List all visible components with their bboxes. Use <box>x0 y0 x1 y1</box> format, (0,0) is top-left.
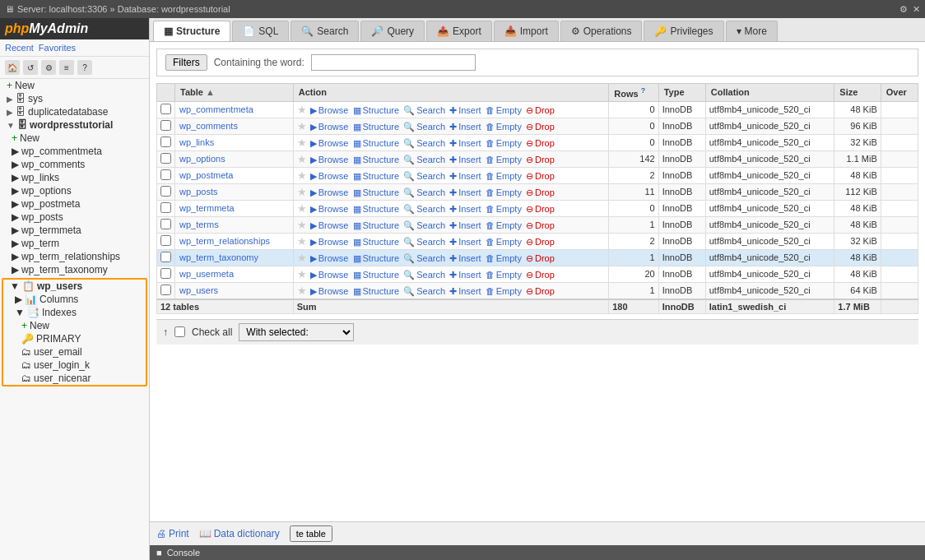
sidebar-item-wp-term-rel[interactable]: ▶ wp_term_relationships <box>0 250 149 263</box>
star-icon[interactable]: ★ <box>297 285 307 297</box>
drop-link[interactable]: ⊖ Drop <box>526 253 555 264</box>
insert-link[interactable]: ✚ Insert <box>449 270 481 280</box>
sidebar-item-wordpresstutorial[interactable]: ▼ 🗄 wordpresstutorial <box>0 118 149 132</box>
table-name-link[interactable]: wp_usermeta <box>179 269 234 279</box>
insert-link[interactable]: ✚ Insert <box>449 155 481 165</box>
browse-link[interactable]: ▶ Browse <box>310 286 349 297</box>
insert-link[interactable]: ✚ Insert <box>449 187 481 198</box>
empty-link[interactable]: 🗑 Empty <box>486 270 522 280</box>
drop-link[interactable]: ⊖ Drop <box>526 204 555 215</box>
search-link[interactable]: 🔍 Search <box>403 220 445 231</box>
row-checkbox[interactable] <box>160 268 171 279</box>
structure-link[interactable]: ▦ Structure <box>353 105 400 116</box>
table-name-link[interactable]: wp_commentmeta <box>179 104 253 114</box>
browse-link[interactable]: ▶ Browse <box>310 122 349 132</box>
tab-query[interactable]: 🔎 Query <box>360 21 425 41</box>
check-all-checkbox[interactable] <box>174 326 185 337</box>
sidebar-item-user-email[interactable]: 🗂 user_email <box>3 345 146 359</box>
row-checkbox[interactable] <box>160 235 171 246</box>
empty-link[interactable]: 🗑 Empty <box>486 187 522 197</box>
console-icon[interactable]: ≡ <box>59 60 74 75</box>
help-icon[interactable]: ? <box>77 60 92 75</box>
search-link[interactable]: 🔍 Search <box>403 122 445 132</box>
settings-icon[interactable]: ⚙ <box>41 60 56 75</box>
structure-link[interactable]: ▦ Structure <box>353 187 400 198</box>
sidebar-item-wp-comments[interactable]: ▶ wp_comments <box>0 158 149 171</box>
search-link[interactable]: 🔍 Search <box>403 155 445 165</box>
row-checkbox[interactable] <box>160 169 171 180</box>
table-name-link[interactable]: wp_terms <box>179 220 219 229</box>
empty-link[interactable]: 🗑 Empty <box>486 171 522 181</box>
sidebar-item-user-login[interactable]: 🗂 user_login_k <box>3 359 146 372</box>
tab-operations[interactable]: ⚙ Operations <box>560 21 643 41</box>
insert-link[interactable]: ✚ Insert <box>449 253 481 264</box>
star-icon[interactable]: ★ <box>297 104 307 116</box>
star-icon[interactable]: ★ <box>297 219 307 231</box>
insert-link[interactable]: ✚ Insert <box>449 220 481 231</box>
with-selected-dropdown[interactable]: With selected: Browse Drop Empty Export <box>239 323 354 341</box>
drop-link[interactable]: ⊖ Drop <box>526 155 555 165</box>
row-checkbox[interactable] <box>160 120 171 131</box>
sidebar-item-indexes[interactable]: ▼ 📑 Indexes <box>3 306 146 319</box>
drop-link[interactable]: ⊖ Drop <box>526 171 555 182</box>
row-checkbox[interactable] <box>160 186 171 197</box>
search-link[interactable]: 🔍 Search <box>403 253 445 264</box>
star-icon[interactable]: ★ <box>297 137 307 149</box>
row-checkbox[interactable] <box>160 104 171 114</box>
star-icon[interactable]: ★ <box>297 153 307 165</box>
table-name-link[interactable]: wp_termmeta <box>179 203 235 213</box>
browse-link[interactable]: ▶ Browse <box>310 220 349 231</box>
star-icon[interactable]: ★ <box>297 169 307 182</box>
search-link[interactable]: 🔍 Search <box>403 105 445 116</box>
refresh-icon[interactable]: ↺ <box>23 60 38 75</box>
close-icon[interactable]: ✕ <box>913 4 920 15</box>
home-icon[interactable]: 🏠 <box>5 60 20 75</box>
structure-link[interactable]: ▦ Structure <box>353 220 400 231</box>
sidebar-item-wp-term-tax[interactable]: ▶ wp_term_taxonomy <box>0 263 149 276</box>
structure-link[interactable]: ▦ Structure <box>353 204 400 215</box>
insert-link[interactable]: ✚ Insert <box>449 171 481 182</box>
header-table[interactable]: Table ▲ <box>175 84 294 102</box>
star-icon[interactable]: ★ <box>297 202 307 215</box>
recent-link[interactable]: Recent <box>5 43 34 53</box>
search-link[interactable]: 🔍 Search <box>403 171 445 182</box>
data-dictionary-link[interactable]: 📖 Data dictionary <box>199 528 280 539</box>
star-icon[interactable]: ★ <box>297 252 307 264</box>
empty-link[interactable]: 🗑 Empty <box>486 220 522 230</box>
structure-link[interactable]: ▦ Structure <box>353 171 400 182</box>
search-link[interactable]: 🔍 Search <box>403 138 445 149</box>
sidebar-item-wp-termmeta[interactable]: ▶ wp_termmeta <box>0 224 149 237</box>
tab-structure[interactable]: ▦ Structure <box>153 21 230 41</box>
scroll-top-icon[interactable]: ↑ <box>163 326 168 338</box>
structure-link[interactable]: ▦ Structure <box>353 155 400 165</box>
filters-button[interactable]: Filters <box>165 54 207 71</box>
empty-link[interactable]: 🗑 Empty <box>486 138 522 148</box>
sidebar-item-wp-commentmeta[interactable]: ▶ wp_commentmeta <box>0 145 149 158</box>
table-name-link[interactable]: wp_options <box>179 154 225 164</box>
search-link[interactable]: 🔍 Search <box>403 187 445 198</box>
tab-search[interactable]: 🔍 Search <box>291 21 359 41</box>
structure-link[interactable]: ▦ Structure <box>353 138 400 149</box>
browse-link[interactable]: ▶ Browse <box>310 237 349 248</box>
empty-link[interactable]: 🗑 Empty <box>486 286 522 296</box>
star-icon[interactable]: ★ <box>297 268 307 280</box>
drop-link[interactable]: ⊖ Drop <box>526 122 555 132</box>
drop-link[interactable]: ⊖ Drop <box>526 270 555 280</box>
sidebar-item-duplicatedatabase[interactable]: ▶ 🗄 duplicatedatabase <box>0 105 149 118</box>
search-link[interactable]: 🔍 Search <box>403 286 445 297</box>
rows-help-icon[interactable]: ? <box>641 86 646 95</box>
sidebar-item-user-nice[interactable]: 🗂 user_nicenar <box>3 372 146 385</box>
search-link[interactable]: 🔍 Search <box>403 270 445 280</box>
star-icon[interactable]: ★ <box>297 186 307 198</box>
favorites-link[interactable]: Favorites <box>39 43 76 53</box>
sidebar-item-new-index[interactable]: + New <box>3 319 146 332</box>
insert-link[interactable]: ✚ Insert <box>449 122 481 132</box>
insert-link[interactable]: ✚ Insert <box>449 237 481 248</box>
empty-link[interactable]: 🗑 Empty <box>486 105 522 115</box>
row-checkbox[interactable] <box>160 137 171 147</box>
sidebar-item-wp-users[interactable]: ▼ 📋 wp_users <box>3 280 146 293</box>
tab-more[interactable]: ▾ More <box>726 21 778 41</box>
structure-link[interactable]: ▦ Structure <box>353 270 400 280</box>
browse-link[interactable]: ▶ Browse <box>310 105 349 116</box>
empty-link[interactable]: 🗑 Empty <box>486 237 522 247</box>
